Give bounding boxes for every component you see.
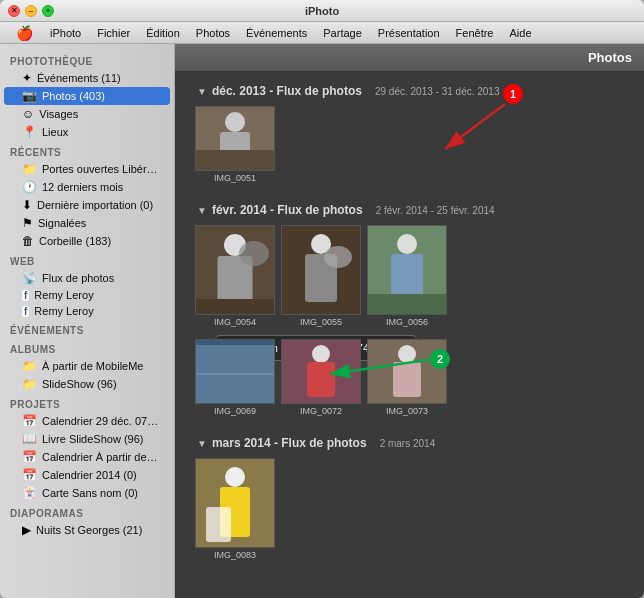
photo-label-img0072: IMG_0072 [300, 406, 342, 416]
sidebar-item-remy2-label: Remy Leroy [34, 305, 93, 317]
sidebar-item-remy1[interactable]: f Remy Leroy [4, 287, 170, 303]
sidebar-item-slideshow[interactable]: 📁 SlideShow (96) [4, 375, 170, 393]
photo-label-img0083: IMG_0083 [214, 550, 256, 560]
photo-topbar-title: Photos [588, 50, 632, 65]
sidebar-item-livre[interactable]: 📖 Livre SlideShow (96) [4, 430, 170, 448]
sidebar-item-corbeille[interactable]: 🗑 Corbeille (183) [4, 232, 170, 250]
lieux-icon: 📍 [22, 125, 37, 139]
menu-aide[interactable]: Aide [502, 25, 538, 41]
photo-thumb-img0083[interactable]: IMG_0083 [195, 458, 275, 560]
sidebar-item-nuits-label: Nuits St Georges (21) [36, 524, 142, 536]
menu-partage[interactable]: Partage [316, 25, 369, 41]
sidebar-item-portes[interactable]: 📁 Portes ouvertes Libération [4, 160, 170, 178]
title-bar: ✕ – + iPhoto [0, 0, 644, 22]
portes-icon: 📁 [22, 162, 37, 176]
photo-img-img0055 [281, 225, 361, 315]
sidebar-item-cal2014[interactable]: 📅 Calendrier 2014 (0) [4, 466, 170, 484]
sidebar-item-lieux[interactable]: 📍 Lieux [4, 123, 170, 141]
sidebar-item-evenements[interactable]: ✦ Événements (11) [4, 69, 170, 87]
sidebar-item-calmobile[interactable]: 📅 Calendrier À partir de MobileM... [4, 448, 170, 466]
triangle-dec2013[interactable]: ▼ [197, 86, 207, 97]
slideshow-icon: 📁 [22, 377, 37, 391]
sidebar-item-flux[interactable]: 📡 Flux de photos [4, 269, 170, 287]
photo-grid-mar2014: IMG_0083 [195, 454, 624, 564]
photo-area[interactable]: Photos ▼ déc. 2013 - Flux de photos 29 d… [175, 44, 644, 598]
sidebar-item-cal29-label: Calendrier 29 déc. 07 (1) [42, 415, 160, 427]
photo-thumb-img0056[interactable]: IMG_0056 [367, 225, 447, 327]
photo-grid-feb2014-row2: IMG_0069 IMG_0072 [195, 335, 624, 420]
photo-thumb-img0054[interactable]: IMG_0054 [195, 225, 275, 327]
photo-label-img0069: IMG_0069 [214, 406, 256, 416]
photo-img-img0072 [281, 339, 361, 404]
photo-thumb-img0055[interactable]: IMG_0055 [281, 225, 361, 327]
facebook2-icon: f [22, 306, 29, 317]
section-dec2013-date: 29 déc. 2013 - 31 déc. 2013 [375, 86, 500, 97]
maximize-button[interactable]: + [42, 5, 54, 17]
sidebar-item-importation[interactable]: ⬇ Dernière importation (0) [4, 196, 170, 214]
photo-grid-feb2014: IMG_0054 IMG_0055 [195, 221, 624, 331]
sidebar-item-mobileme[interactable]: 📁 À partir de MobileMe [4, 357, 170, 375]
sidebar-item-evenements-label: Événements (11) [37, 72, 121, 84]
section-feb2014: ▼ févr. 2014 - Flux de photos 2 févr. 20… [185, 197, 634, 430]
menu-fenetre[interactable]: Fenêtre [449, 25, 501, 41]
annotation-2: 2 [430, 349, 450, 369]
photo-thumb-img0051[interactable]: IMG_0051 [195, 106, 275, 183]
photo-topbar: Photos [175, 44, 644, 72]
section-feb2014-title: févr. 2014 - Flux de photos [212, 203, 363, 217]
menu-evenements[interactable]: Événements [239, 25, 314, 41]
visages-icon: ☺ [22, 107, 34, 121]
photo-sections-container: ▼ déc. 2013 - Flux de photos 29 déc. 201… [175, 72, 644, 580]
photo-thumb-img0069[interactable]: IMG_0069 [195, 339, 275, 416]
photo-label-img0051: IMG_0051 [214, 173, 256, 183]
sidebar-item-visages[interactable]: ☺ Visages [4, 105, 170, 123]
photo-thumb-img0072[interactable]: IMG_0072 [281, 339, 361, 416]
sidebar-item-signalees[interactable]: ⚑ Signalées [4, 214, 170, 232]
section-mar2014-header: ▼ mars 2014 - Flux de photos 2 mars 2014 [195, 430, 624, 454]
section-mar2014: ▼ mars 2014 - Flux de photos 2 mars 2014… [185, 430, 634, 574]
section-dec2013: ▼ déc. 2013 - Flux de photos 29 déc. 201… [185, 78, 634, 197]
window-title: iPhoto [305, 5, 339, 17]
traffic-lights: ✕ – + [8, 5, 54, 17]
sidebar-item-livre-label: Livre SlideShow (96) [42, 433, 144, 445]
apple-menu[interactable]: 🍎 [8, 25, 41, 41]
section-header-phototheque: PHOTOTHÈQUE [0, 50, 174, 69]
facebook1-icon: f [22, 290, 29, 301]
minimize-button[interactable]: – [25, 5, 37, 17]
mobileme-icon: 📁 [22, 359, 37, 373]
sidebar-item-remy2[interactable]: f Remy Leroy [4, 303, 170, 319]
sidebar-item-nuits[interactable]: ▶ Nuits St Georges (21) [4, 521, 170, 539]
importation-icon: ⬇ [22, 198, 32, 212]
close-button[interactable]: ✕ [8, 5, 20, 17]
menu-iphoto[interactable]: iPhoto [43, 25, 88, 41]
section-feb2014-date: 2 févr. 2014 - 25 févr. 2014 [376, 205, 495, 216]
sidebar-item-cal29[interactable]: 📅 Calendrier 29 déc. 07 (1) [4, 412, 170, 430]
sidebar-item-12mois-label: 12 derniers mois [42, 181, 123, 193]
app-window: ✕ – + iPhoto 🍎 iPhoto Fichier Édition Ph… [0, 0, 644, 598]
nuits-icon: ▶ [22, 523, 31, 537]
menu-presentation[interactable]: Présentation [371, 25, 447, 41]
triangle-feb2014[interactable]: ▼ [197, 205, 207, 216]
section-header-web: WEB [0, 250, 174, 269]
cal29-icon: 📅 [22, 414, 37, 428]
sidebar-item-cartes[interactable]: 🃏 Carte Sans nom (0) [4, 484, 170, 502]
section-header-projets: PROJETS [0, 393, 174, 412]
sidebar-item-photos-label: Photos (403) [42, 90, 105, 102]
sidebar-item-photos[interactable]: 📷 Photos (403) [4, 87, 170, 105]
menu-fichier[interactable]: Fichier [90, 25, 137, 41]
menu-edition[interactable]: Édition [139, 25, 187, 41]
sidebar-item-corbeille-label: Corbeille (183) [39, 235, 111, 247]
menu-photos[interactable]: Photos [189, 25, 237, 41]
sidebar-item-calmobile-label: Calendrier À partir de MobileM... [42, 451, 160, 463]
photo-img-img0054 [195, 225, 275, 315]
section-header-evenements: ÉVÉNEMENTS [0, 319, 174, 338]
triangle-mar2014[interactable]: ▼ [197, 438, 207, 449]
photo-img-img0069 [195, 339, 275, 404]
cartes-icon: 🃏 [22, 486, 37, 500]
sidebar-item-slideshow-label: SlideShow (96) [42, 378, 117, 390]
livre-icon: 📖 [22, 432, 37, 446]
12mois-icon: 🕐 [22, 180, 37, 194]
section-mar2014-date: 2 mars 2014 [380, 438, 436, 449]
section-dec2013-header: ▼ déc. 2013 - Flux de photos 29 déc. 201… [195, 78, 624, 102]
sidebar-item-12mois[interactable]: 🕐 12 derniers mois [4, 178, 170, 196]
sidebar-item-lieux-label: Lieux [42, 126, 68, 138]
